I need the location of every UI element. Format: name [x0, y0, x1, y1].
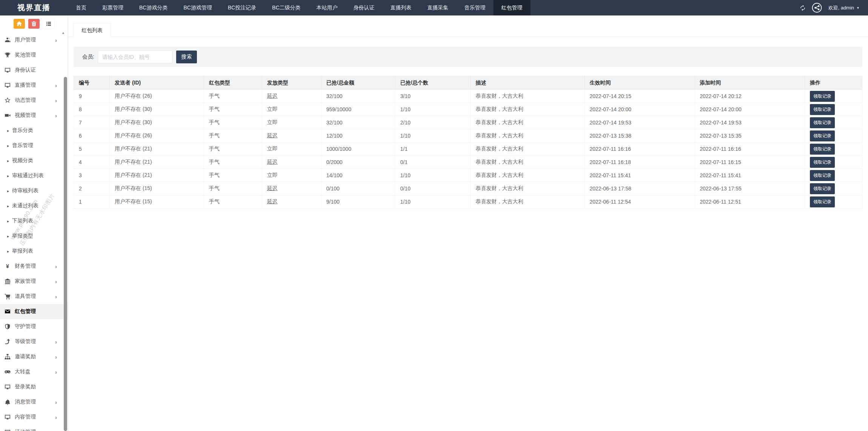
sidebar-menu-item[interactable]: 直播管理 › — [0, 78, 68, 93]
cell-id: 3 — [74, 169, 110, 182]
sidebar-menu-item[interactable]: 用户管理 › — [0, 32, 68, 48]
topbar-nav-item[interactable]: 直播采集 — [419, 0, 456, 15]
claim-records-button[interactable]: 领取记录 — [810, 130, 835, 141]
cell-action: 领取记录 — [805, 90, 862, 103]
claim-records-button[interactable]: 领取记录 — [810, 104, 835, 115]
sidebar-submenu-item[interactable]: ▸ 音乐分类 — [0, 123, 68, 138]
monitor-icon — [5, 82, 15, 88]
chevron-right-icon: › — [55, 112, 57, 119]
refresh-icon[interactable] — [800, 5, 806, 11]
cell-action: 领取记录 — [805, 169, 862, 182]
claim-records-button[interactable]: 领取记录 — [810, 91, 835, 102]
topbar-nav-item[interactable]: 本站用户 — [309, 0, 346, 15]
claim-records-button[interactable]: 领取记录 — [810, 157, 835, 168]
sidebar-menu-item[interactable]: 内容管理 › — [0, 410, 68, 425]
scrollbar-up-arrow-icon[interactable]: ▲ — [61, 31, 65, 35]
sidebar-submenu-item[interactable]: ▸ 审核通过列表 — [0, 168, 68, 183]
table-wrap: 编号发送者 (ID)红包类型发放类型已抢/总金额已抢/总个数描述生效时间添加时间… — [74, 76, 862, 209]
sidebar-menu-item[interactable]: 邀请奖励 › — [0, 349, 68, 364]
sidebar-menu-item[interactable]: 道具管理 › — [0, 289, 68, 304]
topbar-nav-item[interactable]: 彩票管理 — [94, 0, 131, 15]
sidebar-menu-item[interactable]: 大转盘 › — [0, 364, 68, 379]
chevron-right-icon: › — [55, 293, 57, 300]
cell-amount: 959/10000 — [321, 103, 395, 116]
sidebar-toolbar — [0, 15, 68, 32]
sidebar-menu-item[interactable]: 家族管理 › — [0, 274, 68, 289]
search-panel: 会员: 搜索 — [74, 47, 862, 67]
cell-action: 领取记录 — [805, 143, 862, 156]
cell-amount: 9/100 — [321, 195, 395, 209]
cell-desc: 恭喜发财，大吉大利 — [471, 156, 585, 169]
sidebar-submenu-item[interactable]: ▸ 待审核列表 — [0, 183, 68, 198]
cell-dispatch: 延迟 — [262, 129, 321, 143]
sidebar-scrollbar-thumb[interactable] — [64, 77, 67, 431]
cell-count: 0/10 — [395, 182, 471, 195]
column-header: 红包类型 — [204, 76, 262, 90]
sidebar-menu-item[interactable]: 登录奖励 — [0, 379, 68, 394]
cell-effective: 2022-07-11 15:41 — [585, 169, 695, 182]
cell-type: 手气 — [204, 103, 262, 116]
cell-id: 4 — [74, 156, 110, 169]
claim-records-button[interactable]: 领取记录 — [810, 196, 835, 207]
table-row: 5 用户不存在 (21) 手气 立即 1000/1000 1/1 恭喜发财，大吉… — [74, 143, 862, 156]
welcome-text: 欢迎, admin — [828, 5, 854, 11]
sidebar-menu-item[interactable]: 活动管理 — [0, 425, 68, 431]
member-search-input[interactable] — [98, 51, 172, 63]
cell-dispatch: 延迟 — [262, 182, 321, 195]
search-button[interactable]: 搜索 — [176, 51, 197, 63]
tab-red-packet-list[interactable]: 红包列表 — [73, 23, 111, 37]
claim-records-button[interactable]: 领取记录 — [810, 117, 835, 128]
sidebar-menu-item-label: 用户管理 — [15, 37, 55, 43]
sidebar-menu-item[interactable]: 守护管理 — [0, 319, 68, 334]
claim-records-button[interactable]: 领取记录 — [810, 144, 835, 155]
collapse-menu-button[interactable] — [43, 19, 54, 29]
claim-records-button[interactable]: 领取记录 — [810, 170, 835, 181]
sidebar-submenu-item[interactable]: ▸ 视频分类 — [0, 153, 68, 168]
users-icon — [5, 37, 15, 43]
home-button[interactable] — [14, 19, 25, 29]
sidebar-submenu-item[interactable]: ▸ 未通过列表 — [0, 198, 68, 213]
sidebar-submenu-item[interactable]: ▸ 举报类型 — [0, 229, 68, 244]
topbar-nav-item[interactable]: 身份认证 — [346, 0, 383, 15]
topbar-nav-item[interactable]: BC游戏管理 — [175, 0, 220, 15]
sidebar-menu-item[interactable]: 动态管理 › — [0, 93, 68, 108]
sidebar-menu-item-label: 视频管理 — [15, 112, 55, 119]
sidebar-menu-item[interactable]: 红包管理 — [0, 304, 68, 319]
topbar-nav-item[interactable]: 直播列表 — [383, 0, 419, 15]
topbar-nav-item[interactable]: BC二级分类 — [264, 0, 308, 15]
sidebar-submenu-item[interactable]: ▸ 音乐管理 — [0, 138, 68, 153]
column-header: 发放类型 — [262, 76, 321, 90]
avatar-share-icon[interactable] — [812, 3, 822, 13]
column-header: 描述 — [471, 76, 585, 90]
topbar-nav-item[interactable]: 首页 — [68, 0, 94, 15]
topbar-nav-item[interactable]: BC游戏分类 — [131, 0, 175, 15]
red-packet-table: 编号发送者 (ID)红包类型发放类型已抢/总金额已抢/总个数描述生效时间添加时间… — [74, 76, 862, 209]
cell-added: 2022-06-13 17:55 — [695, 182, 805, 195]
user-menu[interactable]: 欢迎, admin▼ — [828, 5, 860, 11]
topbar-nav-item[interactable]: 红包管理 — [493, 0, 530, 15]
cell-type: 手气 — [204, 90, 262, 103]
sidebar-menu-item[interactable]: 奖池管理 — [0, 48, 68, 63]
cell-dispatch: 延迟 — [262, 90, 321, 103]
sidebar-submenu-item[interactable]: ▸ 下架列表 — [0, 213, 68, 229]
cell-count: 1/1 — [395, 143, 471, 156]
sidebar-menu-item[interactable]: 等级管理 › — [0, 334, 68, 349]
sidebar-menu-item[interactable]: 消息管理 › — [0, 394, 68, 410]
topbar-nav-item[interactable]: 音乐管理 — [456, 0, 493, 15]
sidebar-menu-item-label: 邀请奖励 — [15, 353, 55, 360]
trash-button[interactable] — [28, 19, 40, 29]
sidebar-submenu-item[interactable]: ▸ 举报列表 — [0, 244, 68, 259]
sidebar-menu-item-label: 直播管理 — [15, 82, 55, 89]
topbar-nav-item[interactable]: BC投注记录 — [220, 0, 264, 15]
claim-records-button[interactable]: 领取记录 — [810, 183, 835, 194]
sidebar-submenu-item-label: 音乐管理 — [12, 142, 33, 149]
sidebar-menu-item-label: 消息管理 — [15, 399, 55, 405]
cell-sender: 用户不存在 (30) — [110, 116, 204, 129]
sidebar-menu-item[interactable]: 身份认证 — [0, 63, 68, 78]
table-row: 8 用户不存在 (30) 手气 立即 959/10000 1/10 恭喜发财，大… — [74, 103, 862, 116]
sidebar: 用户管理 › 奖池管理 身份认证 直播管理 › 动态管理 › — [0, 15, 68, 431]
cell-sender: 用户不存在 (21) — [110, 169, 204, 182]
sidebar-menu-item[interactable]: 视频管理 › — [0, 108, 68, 123]
sidebar-menu-item[interactable]: 财务管理 › — [0, 259, 68, 274]
caret-down-icon: ▼ — [856, 6, 860, 10]
